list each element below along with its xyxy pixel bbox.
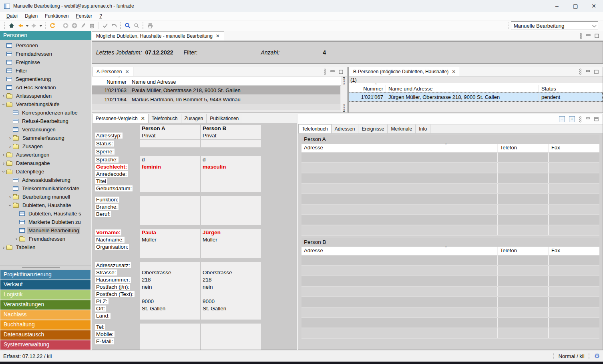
a-person-row[interactable]: 1'021'064Markus Hartmann, Im Bommet 5, 9… (92, 95, 340, 104)
search-icon[interactable] (123, 21, 132, 30)
sidebar-item-verarbeitungsläufe[interactable]: ›Verarbeitungsläufe (0, 100, 91, 109)
tab-det-adressen[interactable]: Adressen (332, 125, 359, 133)
edit-icon[interactable] (79, 21, 88, 30)
panel-menu-icon[interactable] (579, 33, 582, 39)
tab-det-ereignisse[interactable]: Ereignisse (358, 125, 388, 133)
panel-maximize-icon[interactable] (339, 70, 343, 74)
b-person-row[interactable]: 1'021'067Jürgen Müller, Oberstrasse 218,… (349, 93, 603, 102)
module-nachlass[interactable]: Nachlass (0, 310, 90, 320)
collapse-icon[interactable]: › (1, 102, 6, 107)
expand-all-icon[interactable]: + (569, 116, 575, 122)
scrollbar-thumb[interactable] (22, 267, 60, 268)
expand-icon[interactable]: › (1, 161, 6, 166)
refresh-icon[interactable] (48, 21, 57, 30)
menu-funktionen[interactable]: Funktionen (42, 12, 72, 20)
confirm-icon[interactable] (101, 21, 110, 30)
forward-icon[interactable] (30, 21, 38, 30)
tab-det-merkmale[interactable]: Merkmale (388, 125, 416, 133)
empty-data-row[interactable] (302, 184, 599, 194)
tab-moegliche-dubletten[interactable]: Mögliche Dubletten, Haushalte - manuelle… (92, 31, 224, 40)
expand-icon[interactable]: › (7, 135, 13, 141)
sidebar-item-fremdadressen[interactable]: ›Fremdadressen (0, 235, 91, 243)
sidebar-item-datenausgabe[interactable]: ›Datenausgabe (0, 159, 91, 167)
column-header-fax[interactable]: Fax (548, 247, 599, 255)
sidebar-item-dubletten-haushalte-s[interactable]: Dubletten, Haushalte s (0, 209, 91, 218)
back-icon[interactable] (16, 21, 25, 30)
panel-minimize-icon[interactable] (330, 70, 335, 74)
panel-maximize-icon[interactable] (594, 117, 599, 121)
module-buchhaltung[interactable]: Buchhaltung (0, 320, 90, 330)
module-verkauf[interactable]: Verkauf (0, 280, 90, 290)
panel-minimize-icon[interactable] (586, 117, 590, 121)
tab-publikationen[interactable]: Publikationen (207, 114, 242, 123)
tab-zusagen[interactable]: Zusagen (181, 114, 207, 123)
column-header-name-adresse[interactable]: Name und Adresse (129, 78, 347, 85)
empty-data-row[interactable] (302, 215, 599, 225)
sidebar-item-personen[interactable]: Personen (0, 41, 91, 50)
empty-data-row[interactable] (302, 328, 599, 339)
maximize-icon[interactable]: ▢ (566, 0, 585, 12)
tab-close-icon[interactable]: ✕ (452, 69, 456, 74)
sidebar-item-verdankungen[interactable]: Verdankungen (0, 125, 91, 134)
panel-minimize-icon[interactable] (586, 34, 591, 38)
expand-icon[interactable]: › (1, 152, 6, 158)
minimize-icon[interactable]: – (548, 0, 566, 12)
sidebar-item-refusé-bearbeitung[interactable]: Refusé-Bearbeitung (0, 117, 91, 125)
tab-a-personen[interactable]: A-Personen ✕ (92, 67, 133, 76)
sidebar-item-adressaktualisierung[interactable]: Adressaktualisierung (0, 176, 91, 184)
delete-icon[interactable] (88, 21, 96, 30)
empty-data-row[interactable] (302, 318, 599, 328)
sidebar-item-markierte-dubletten-zu[interactable]: Markierte Dubletten zu (0, 218, 91, 226)
column-header-telefon[interactable]: Telefon (497, 144, 548, 152)
add-icon[interactable] (61, 21, 70, 30)
empty-data-row[interactable] (302, 194, 599, 205)
menu-fenster[interactable]: Fenster (72, 12, 95, 20)
sidebar-item-ad-hoc-selektion[interactable]: Ad-Hoc Selektion (0, 83, 91, 92)
expand-icon[interactable]: › (1, 245, 6, 250)
a-person-row[interactable]: 1'021'063Paula Müller, Oberstrasse 218, … (92, 86, 340, 95)
tab-close-icon[interactable]: ✕ (141, 116, 145, 121)
home-icon[interactable] (7, 21, 16, 30)
collapse-all-icon[interactable]: − (559, 116, 565, 122)
empty-data-row[interactable] (302, 173, 599, 184)
panel-menu-icon[interactable] (579, 68, 582, 75)
sidebar-item-dubletten-haushalte[interactable]: ›Dubletten, Haushalte (0, 201, 91, 209)
expand-icon[interactable]: › (1, 93, 6, 99)
add-secondary-icon[interactable] (70, 21, 79, 30)
vertical-scrollbar[interactable]: ∧ ∧∧ ∨∨ ∨ (341, 76, 347, 113)
forward-caret-icon[interactable] (38, 21, 43, 30)
empty-data-row[interactable] (302, 225, 599, 236)
collapse-icon[interactable]: › (7, 203, 13, 208)
sidebar-item-auswertungen[interactable]: ›Auswertungen (0, 151, 91, 159)
tab-telefonbuch[interactable]: Telefonbuch (149, 114, 181, 123)
tab-close-icon[interactable]: ✕ (216, 33, 220, 39)
menu-daten[interactable]: Daten (22, 12, 41, 20)
sidebar-item-korrespondenzen-aufbe[interactable]: Korrespondenzen aufbe (0, 109, 91, 117)
print-icon[interactable] (146, 21, 155, 30)
empty-data-row[interactable] (302, 276, 599, 287)
column-header-name-adresse[interactable]: Name und Adresse (386, 85, 539, 92)
column-header-status[interactable]: Status (539, 85, 603, 92)
undo-icon[interactable] (110, 21, 119, 30)
panel-menu-icon[interactable] (324, 68, 326, 75)
empty-data-row[interactable] (302, 153, 599, 163)
panel-maximize-icon[interactable] (595, 34, 599, 38)
tab-close-icon[interactable]: ✕ (125, 69, 129, 74)
expand-icon[interactable]: › (7, 144, 13, 149)
sidebar-item-telekommunikationsdate[interactable]: Telekommunikationsdate (0, 184, 91, 193)
scroll-bottom-icon[interactable]: ∨ (343, 109, 346, 112)
settings-gear-icon[interactable]: ⚙ (594, 352, 600, 360)
scroll-pageup-icon[interactable]: ∧∧ (343, 80, 346, 85)
empty-data-row[interactable] (302, 297, 599, 308)
sidebar-item-manuelle-bearbeitung[interactable]: Manuelle Bearbeitung (0, 226, 91, 235)
column-header-nummer[interactable]: Nummer (349, 85, 386, 92)
sidebar-item-tabellen[interactable]: ›Tabellen (0, 243, 91, 251)
column-header-fax[interactable]: Fax (548, 144, 599, 152)
empty-data-row[interactable] (302, 308, 599, 318)
tab-det-info[interactable]: Info (416, 125, 430, 133)
search-secondary-icon[interactable] (132, 21, 141, 30)
empty-data-row[interactable] (302, 266, 599, 276)
panel-minimize-icon[interactable] (586, 70, 590, 74)
module-systemverwaltung[interactable]: Systemverwaltung (0, 340, 90, 350)
sidebar-item-zusagen[interactable]: ›Zusagen (0, 142, 91, 151)
